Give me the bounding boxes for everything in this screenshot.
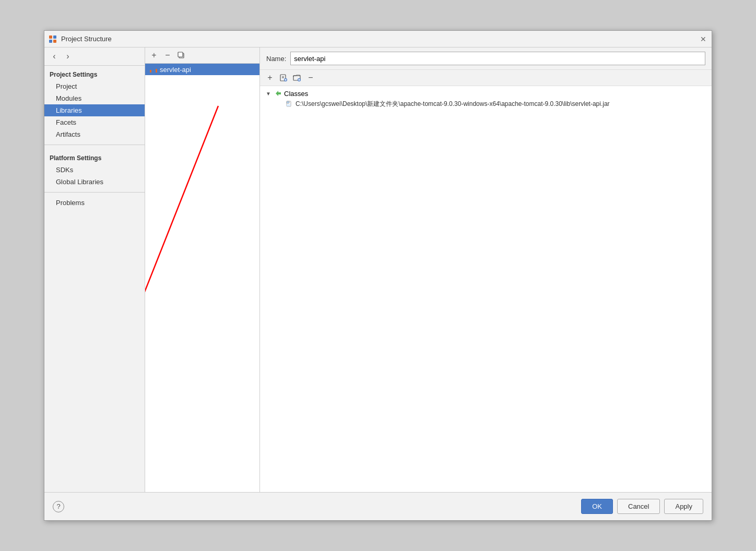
title-bar: Project Structure ✕ [44,31,712,47]
sidebar: ‹ › Project Settings Project Modules Lib… [44,47,145,492]
detail-panel: Name: + [260,47,712,492]
add-dir-button[interactable] [291,72,303,83]
sidebar-item-project[interactable]: Project [44,80,145,92]
bottom-bar: ? OK Cancel Apply [44,492,712,520]
svg-rect-1 [53,35,56,39]
tree-expand-icon: ▼ [264,89,273,98]
svg-rect-0 [49,35,52,39]
name-input[interactable] [290,52,705,65]
svg-rect-2 [49,40,52,43]
sidebar-item-libraries[interactable]: Libraries [44,104,145,116]
main-content: ‹ › Project Settings Project Modules Lib… [44,47,712,492]
apply-button[interactable]: Apply [664,499,703,514]
name-label: Name: [266,55,286,63]
help-button[interactable]: ? [53,501,64,512]
library-item-servlet-api[interactable]: servlet-api [145,64,259,75]
bottom-left: ? [53,501,64,512]
lib-list-toolbar: + − [145,47,259,64]
sidebar-item-modules[interactable]: Modules [44,92,145,104]
svg-rect-3 [53,40,56,43]
panels-row: + − [145,47,712,492]
tree-area: ▼ Classes [260,86,712,492]
platform-settings-header: Platform Settings [44,149,145,164]
sidebar-item-facets[interactable]: Facets [44,116,145,128]
add-class-button[interactable]: + [264,72,276,83]
tree-child-indent [275,100,283,109]
app-icon [49,35,57,43]
jar-file-icon [285,100,293,109]
tree-child-label: C:\Users\gcswei\Desktop\新建文件夹\apache-tom… [296,100,610,109]
svg-rect-5 [178,52,183,57]
name-row: Name: [260,47,712,70]
bottom-right: OK Cancel Apply [581,499,703,514]
add-jar-button[interactable] [278,72,289,83]
sidebar-item-problems[interactable]: Problems [44,197,145,209]
add-library-button[interactable]: + [148,50,160,61]
library-icon [149,65,158,74]
cancel-button[interactable]: Cancel [617,499,660,514]
sidebar-item-artifacts[interactable]: Artifacts [44,128,145,140]
back-button[interactable]: ‹ [49,51,60,62]
svg-rect-19 [287,104,291,105]
svg-rect-20 [287,105,290,106]
sidebar-item-global-libraries[interactable]: Global Libraries [44,176,145,188]
project-settings-header: Project Settings [44,66,145,80]
detail-toolbar: + [260,70,712,86]
tree-child-jar[interactable]: C:\Users\gcswei\Desktop\新建文件夹\apache-tom… [273,99,710,110]
sidebar-divider [44,145,145,145]
remove-class-button[interactable]: − [305,72,316,83]
tree-root-label: Classes [284,90,308,98]
copy-library-button[interactable] [175,50,187,61]
tree-children: C:\Users\gcswei\Desktop\新建文件夹\apache-tom… [262,99,710,110]
library-list: servlet-api [145,64,259,492]
sidebar-item-sdks[interactable]: SDKs [44,164,145,176]
remove-library-button[interactable]: − [162,50,173,61]
svg-rect-18 [287,101,289,103]
title-bar-left: Project Structure [49,35,112,43]
dialog-title: Project Structure [61,35,112,43]
tree-root-node[interactable]: ▼ Classes [262,88,710,99]
forward-button[interactable]: › [62,51,74,62]
sidebar-nav: ‹ › [44,47,145,66]
classes-icon [275,90,282,97]
close-button[interactable]: ✕ [699,35,707,43]
svg-marker-16 [276,91,281,96]
ok-button[interactable]: OK [581,499,613,514]
project-structure-dialog: Project Structure ✕ ‹ › Project Settings… [44,30,712,521]
library-item-label: servlet-api [160,66,191,74]
sidebar-divider-2 [44,192,145,193]
library-list-panel: + − [145,47,260,492]
